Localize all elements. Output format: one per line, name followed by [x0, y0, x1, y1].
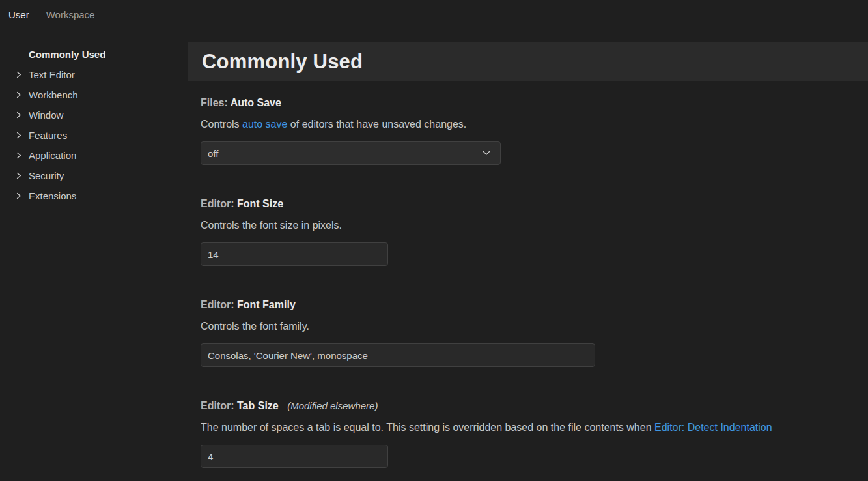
setting-category: Editor:	[201, 400, 234, 411]
setting-title: Editor: Font Size	[201, 197, 868, 210]
sidebar-item-text-editor[interactable]: Text Editor	[0, 65, 167, 85]
chevron-right-icon	[14, 111, 29, 119]
chevron-right-icon	[14, 131, 29, 139]
sidebar-item-application[interactable]: Application	[0, 145, 167, 166]
tab-workspace[interactable]: Workspace	[38, 0, 104, 29]
setting-description: Controls the font size in pixels.	[201, 219, 868, 231]
modified-elsewhere-note: (Modified elsewhere)	[287, 400, 378, 411]
sidebar-item-features[interactable]: Features	[0, 125, 167, 145]
chevron-right-icon	[14, 91, 29, 99]
sidebar-item-window[interactable]: Window	[0, 105, 167, 125]
setting-category: Editor:	[201, 198, 234, 209]
chevron-right-icon	[14, 192, 29, 200]
section-heading-bar: Commonly Used	[188, 42, 868, 81]
setting-category: Editor:	[201, 299, 234, 310]
auto-save-link[interactable]: auto save	[242, 119, 287, 130]
sidebar-item-workbench[interactable]: Workbench	[0, 85, 167, 105]
sidebar-item-label: Window	[29, 109, 63, 121]
settings-scope-tabbar: User Workspace	[0, 0, 868, 29]
settings-body: Commonly Used Text Editor Workbench Wind…	[0, 29, 868, 481]
setting-row-editor-font-size: Editor: Font Size Controls the font size…	[201, 197, 868, 266]
settings-list: Commonly Used Files: Auto Save Controls …	[167, 29, 868, 481]
setting-description: Controls auto save of editors that have …	[201, 118, 868, 130]
setting-title: Editor: Font Family	[201, 299, 868, 311]
description-text: The number of spaces a tab is equal to. …	[201, 422, 654, 433]
setting-category: Files:	[201, 97, 228, 108]
setting-title: Files: Auto Save	[201, 96, 868, 109]
description-text: Controls the font family.	[201, 321, 309, 332]
sidebar-item-commonly-used[interactable]: Commonly Used	[0, 44, 167, 65]
setting-name: Font Size	[237, 198, 283, 209]
auto-save-select[interactable]: off	[201, 141, 501, 165]
chevron-right-icon	[14, 171, 29, 180]
sidebar-item-label: Workbench	[29, 89, 78, 100]
setting-name: Font Family	[237, 299, 296, 310]
detect-indentation-link[interactable]: Editor: Detect Indentation	[654, 422, 772, 433]
chevron-right-icon	[14, 151, 29, 160]
chevron-down-icon	[481, 147, 492, 160]
description-text: Controls the font size in pixels.	[201, 220, 342, 231]
tab-user[interactable]: User	[0, 0, 38, 29]
settings-tree-sidebar: Commonly Used Text Editor Workbench Wind…	[0, 29, 167, 481]
setting-row-editor-tab-size: Editor: Tab Size (Modified elsewhere) Th…	[201, 400, 868, 468]
setting-name: Auto Save	[231, 97, 281, 108]
setting-row-editor-font-family: Editor: Font Family Controls the font fa…	[201, 299, 868, 367]
font-size-input[interactable]	[201, 242, 388, 266]
setting-title: Editor: Tab Size (Modified elsewhere)	[201, 400, 868, 412]
setting-name: Tab Size	[237, 400, 279, 411]
tab-size-input[interactable]	[201, 445, 388, 468]
sidebar-item-label: Features	[29, 130, 67, 141]
sidebar-item-label: Text Editor	[29, 69, 75, 80]
page-title: Commonly Used	[202, 50, 363, 74]
font-family-input[interactable]	[201, 343, 595, 367]
sidebar-item-label: Security	[29, 170, 64, 181]
setting-description: The number of spaces a tab is equal to. …	[201, 421, 868, 433]
setting-row-files-auto-save: Files: Auto Save Controls auto save of e…	[201, 96, 868, 165]
sidebar-item-label: Commonly Used	[29, 49, 105, 60]
setting-description: Controls the font family.	[201, 320, 868, 332]
sidebar-item-label: Extensions	[29, 190, 76, 201]
sidebar-item-extensions[interactable]: Extensions	[0, 186, 167, 206]
sidebar-item-label: Application	[29, 150, 76, 161]
chevron-right-icon	[14, 70, 29, 79]
description-text: Controls	[201, 119, 242, 130]
select-value: off	[208, 148, 218, 159]
sidebar-item-security[interactable]: Security	[0, 166, 167, 186]
description-text: of editors that have unsaved changes.	[287, 119, 466, 130]
